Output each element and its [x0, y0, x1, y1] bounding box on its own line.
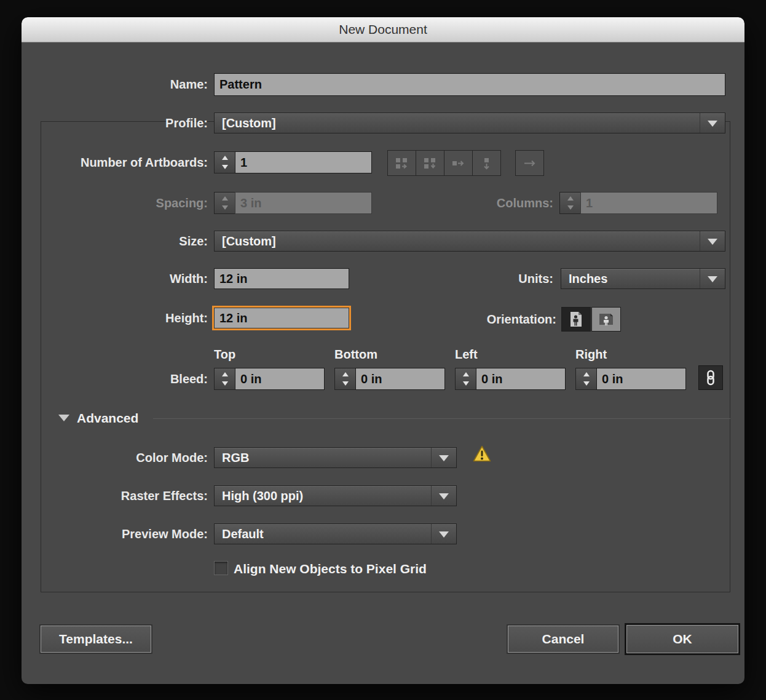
bleed-bottom-stepper-down[interactable]: [335, 379, 355, 389]
bleed-left-stepper-up[interactable]: [456, 368, 476, 379]
templates-button[interactable]: Templates...: [41, 626, 151, 653]
columns-stepper-up: [560, 193, 580, 203]
spacing-label: Spacing:: [22, 192, 208, 214]
artboards-stepper-down[interactable]: [215, 162, 235, 173]
preview-mode-label: Preview Mode:: [22, 523, 208, 544]
size-label: Size:: [22, 231, 208, 252]
units-value: Inches: [561, 269, 700, 288]
profile-dropdown[interactable]: [Custom]: [214, 113, 725, 133]
bleed-bottom-stepper[interactable]: [334, 368, 356, 390]
portrait-page-icon: [569, 311, 583, 328]
orientation-portrait-button[interactable]: [561, 307, 591, 332]
bleed-left-header: Left: [455, 348, 478, 362]
grid-by-column-button[interactable]: [416, 150, 444, 176]
color-mode-dropdown[interactable]: RGB: [214, 447, 457, 468]
grid-by-row-icon: [395, 157, 409, 170]
chevron-down-icon: [700, 113, 725, 133]
artboards-label: Number of Artboards:: [22, 151, 208, 173]
units-label: Units:: [367, 268, 553, 289]
chain-link-icon: [705, 370, 717, 386]
raster-effects-value: High (300 ppi): [215, 486, 431, 506]
chevron-down-icon: [431, 486, 456, 506]
height-label: Height:: [22, 308, 208, 328]
artboards-stepper-up[interactable]: [215, 152, 235, 162]
arrange-by-row-button[interactable]: [444, 150, 473, 176]
bleed-right-input[interactable]: [596, 368, 686, 390]
bleed-top-header: Top: [214, 348, 235, 362]
bleed-bottom-header: Bottom: [334, 348, 377, 362]
arrange-by-column-icon: [480, 157, 494, 170]
bleed-link-button[interactable]: [698, 365, 723, 390]
cancel-button[interactable]: Cancel: [508, 626, 618, 653]
bleed-top-stepper-down[interactable]: [215, 379, 235, 389]
grid-by-row-button[interactable]: [387, 150, 416, 176]
arrange-by-row-icon: [451, 157, 465, 170]
landscape-page-icon: [598, 311, 614, 327]
advanced-disclosure-triangle-icon[interactable]: [58, 415, 69, 427]
advanced-divider: [153, 418, 730, 419]
height-input[interactable]: [214, 308, 349, 328]
size-dropdown[interactable]: [Custom]: [214, 231, 725, 252]
bleed-right-stepper[interactable]: [575, 368, 597, 390]
color-mode-label: Color Mode:: [22, 447, 208, 468]
artboards-stepper[interactable]: [214, 151, 235, 173]
dialog-title: New Document: [339, 22, 427, 37]
bleed-right-stepper-up[interactable]: [576, 368, 596, 379]
preview-mode-dropdown[interactable]: Default: [214, 523, 457, 544]
orientation-label: Orientation:: [370, 307, 556, 332]
spacing-stepper-down: [215, 203, 235, 213]
spacing-stepper: [214, 192, 235, 214]
columns-stepper: [559, 192, 581, 214]
color-mode-value: RGB: [215, 448, 431, 467]
width-label: Width:: [22, 268, 208, 289]
bleed-left-stepper[interactable]: [455, 368, 476, 390]
bleed-top-stepper-up[interactable]: [215, 368, 235, 379]
name-input[interactable]: [214, 73, 725, 96]
profile-label: Profile:: [22, 113, 208, 133]
width-input[interactable]: [214, 268, 349, 289]
orientation-landscape-button[interactable]: [591, 307, 621, 332]
spacing-input: [235, 192, 372, 214]
chevron-down-icon: [700, 231, 725, 251]
bleed-left-input[interactable]: [476, 368, 566, 390]
change-layout-direction-button[interactable]: [515, 150, 544, 176]
bleed-right-header: Right: [575, 348, 607, 362]
units-dropdown[interactable]: Inches: [561, 268, 725, 289]
chevron-down-icon: [431, 448, 456, 467]
profile-value: [Custom]: [215, 113, 700, 133]
advanced-section-label[interactable]: Advanced: [77, 411, 138, 426]
bleed-right-stepper-down[interactable]: [576, 379, 596, 389]
bleed-top-stepper[interactable]: [214, 368, 235, 390]
pixel-grid-label: Align New Objects to Pixel Grid: [234, 562, 427, 576]
titlebar[interactable]: New Document: [22, 17, 744, 42]
size-value: [Custom]: [215, 231, 700, 251]
warning-icon: [472, 445, 492, 463]
arrow-right-icon: [523, 157, 537, 170]
grid-by-column-icon: [423, 157, 437, 170]
bleed-top-input[interactable]: [235, 368, 325, 390]
preview-mode-value: Default: [215, 524, 431, 544]
name-label: Name:: [22, 73, 208, 96]
arrange-by-column-button[interactable]: [472, 150, 501, 176]
columns-stepper-down: [560, 203, 580, 213]
bleed-left-stepper-down[interactable]: [456, 379, 476, 389]
bleed-bottom-stepper-up[interactable]: [335, 368, 355, 379]
bleed-bottom-input[interactable]: [355, 368, 445, 390]
columns-input: [580, 192, 717, 214]
raster-effects-dropdown[interactable]: High (300 ppi): [214, 485, 457, 506]
bleed-label: Bleed:: [22, 368, 208, 390]
spacing-stepper-up: [215, 193, 235, 203]
columns-label: Columns:: [367, 192, 553, 214]
artboards-input[interactable]: [235, 151, 372, 173]
raster-effects-label: Raster Effects:: [22, 485, 208, 506]
chevron-down-icon: [431, 524, 456, 544]
ok-button[interactable]: OK: [626, 625, 738, 653]
chevron-down-icon: [700, 269, 725, 288]
pixel-grid-checkbox[interactable]: [214, 561, 228, 575]
new-document-dialog: New Document Name: Profile: [Custom] Num…: [22, 17, 744, 684]
